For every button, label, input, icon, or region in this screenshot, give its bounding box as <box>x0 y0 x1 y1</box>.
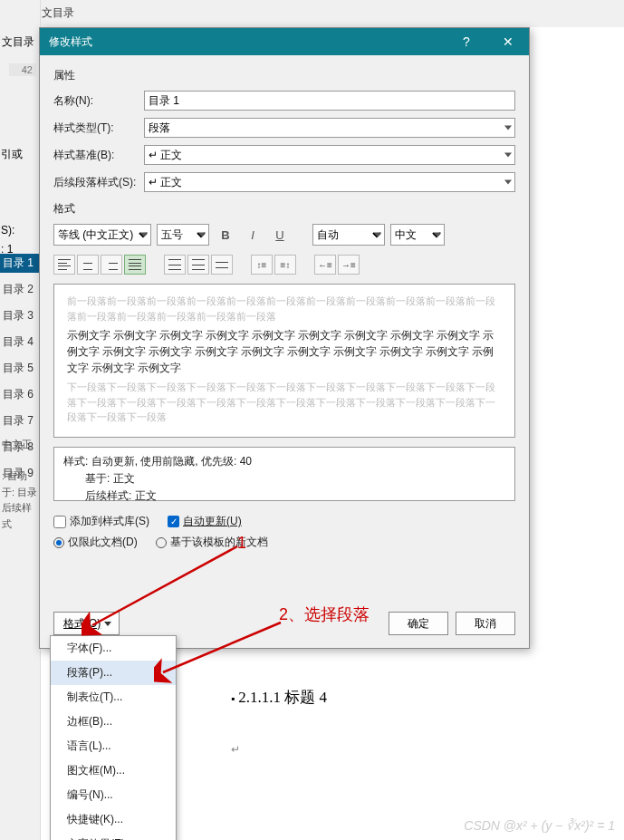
watermark: CSDN @x² + (y − ∛x²)² = 1 <box>464 818 615 833</box>
bullet-icon: ▪ <box>231 692 235 705</box>
paragraph-mark-icon: ↵ <box>231 743 240 756</box>
left-text-1: 引或 <box>1 147 23 162</box>
section-props-label: 属性 <box>53 68 515 83</box>
cancel-button[interactable]: 取消 <box>456 612 515 635</box>
left-text-s: S): <box>1 224 14 237</box>
list-item[interactable]: 目录 7 <box>0 411 41 430</box>
radio-icon <box>156 537 167 548</box>
preview-next-para: 下一段落下一段落下一段落下一段落下一段落下一段落下一段落下一段落下一段落下一段落… <box>67 380 502 425</box>
paragraph-toolbar: ↕≡ ≡↕ ←≡ →≡ <box>53 255 515 275</box>
preview-prev-para: 前一段落前一段落前一段落前一段落前一段落前一段落前一段落前一段落前一段落前一段落… <box>67 294 502 323</box>
type-select[interactable]: 段落 <box>144 118 515 138</box>
style-preview-box: 前一段落前一段落前一段落前一段落前一段落前一段落前一段落前一段落前一段落前一段落… <box>53 284 515 438</box>
line-spacing-1-button[interactable] <box>164 255 186 275</box>
dialog-titlebar[interactable]: 修改样式 ? ✕ <box>40 28 529 55</box>
page-number-badge: 42 <box>9 63 36 76</box>
list-item[interactable]: 目录 2 <box>0 280 41 299</box>
annotation-1: 1 <box>237 534 246 553</box>
ok-button[interactable]: 确定 <box>389 612 448 635</box>
menu-item-font[interactable]: 字体(F)... <box>51 636 176 661</box>
para-before-button[interactable]: ↕≡ <box>251 255 273 275</box>
caret-down-icon <box>104 622 111 626</box>
left-bottom-text: 中文正 : 自动 于: 目录 后续样式 <box>0 435 41 535</box>
help-button[interactable]: ? <box>446 28 487 55</box>
para-after-button[interactable]: ≡↕ <box>274 255 296 275</box>
align-justify-button[interactable] <box>124 255 146 275</box>
bold-button[interactable]: B <box>215 224 236 246</box>
type-label: 样式类型(T): <box>53 121 144 136</box>
close-button[interactable]: ✕ <box>487 28 529 55</box>
font-family-select[interactable]: 等线 (中文正文) <box>53 224 151 246</box>
modify-style-dialog: 修改样式 ? ✕ 属性 名称(N): 样式类型(T): 段落 样式基准(B): … <box>39 27 530 649</box>
radio-icon <box>53 537 64 548</box>
menu-item-numbering[interactable]: 编号(N)... <box>51 783 176 807</box>
lang-select[interactable]: 中文 <box>390 224 445 246</box>
list-item[interactable]: 目录 1 <box>0 254 41 273</box>
next-select[interactable]: ↵ 正文 <box>144 172 515 192</box>
section-format-label: 格式 <box>53 201 515 217</box>
menu-item-shortcut[interactable]: 快捷键(K)... <box>51 807 176 832</box>
menu-item-frame[interactable]: 图文框(M)... <box>51 758 176 783</box>
list-item[interactable]: 目录 6 <box>0 385 41 404</box>
line-spacing-2-button[interactable] <box>211 255 233 275</box>
menu-item-paragraph[interactable]: 段落(P)... <box>51 661 176 685</box>
align-right-button[interactable] <box>101 255 122 275</box>
auto-update-checkbox[interactable]: ✓ 自动更新(U) <box>168 514 242 529</box>
format-dropdown-menu: 字体(F)... 段落(P)... 制表位(T)... 边框(B)... 语言(… <box>50 635 177 840</box>
check-icon: ✓ <box>168 516 179 527</box>
name-input[interactable] <box>144 91 515 111</box>
indent-decrease-button[interactable]: ←≡ <box>314 255 336 275</box>
left-panel-title: 文目录 <box>2 34 34 50</box>
format-dropdown-button[interactable]: 格式(O) <box>53 612 120 635</box>
add-to-gallery-checkbox[interactable]: 添加到样式库(S) <box>53 514 149 529</box>
font-size-select[interactable]: 五号 <box>157 224 209 246</box>
name-label: 名称(N): <box>53 93 144 109</box>
font-color-select[interactable]: 自动 <box>312 224 385 246</box>
menu-item-text-effects[interactable]: 文字效果(E)... <box>51 832 176 840</box>
next-label: 后续段落样式(S): <box>53 175 144 190</box>
annotation-2: 2、选择段落 <box>279 603 370 625</box>
list-item[interactable]: 目录 4 <box>0 333 41 352</box>
only-this-doc-radio[interactable]: 仅限此文档(D) <box>53 535 138 550</box>
template-radio[interactable]: 基于该模板的新文档 <box>156 535 268 550</box>
align-left-button[interactable] <box>53 255 75 275</box>
line-spacing-15-button[interactable] <box>187 255 209 275</box>
list-item[interactable]: 目录 5 <box>0 359 41 378</box>
base-label: 样式基准(B): <box>53 148 144 163</box>
menu-item-tabs[interactable]: 制表位(T)... <box>51 685 176 710</box>
ribbon-bg: 更新引文目录 <box>0 0 624 27</box>
base-select[interactable]: ↵ 正文 <box>144 145 515 165</box>
style-description-box: 样式: 自动更新, 使用前隐藏, 优先级: 40 基于: 正文 后续样式: 正文 <box>53 447 515 501</box>
italic-button[interactable]: I <box>242 224 264 246</box>
dialog-title: 修改样式 <box>49 34 446 50</box>
underline-button[interactable]: U <box>269 224 291 246</box>
format-toolbar: 等线 (中文正文) 五号 B I U 自动 中文 <box>53 224 515 246</box>
align-center-button[interactable] <box>77 255 99 275</box>
preview-sample-text: 示例文字 示例文字 示例文字 示例文字 示例文字 示例文字 示例文字 示例文字 … <box>67 327 502 376</box>
document-heading: ▪2.1.1.1 标题 4 <box>231 687 327 708</box>
indent-increase-button[interactable]: →≡ <box>338 255 360 275</box>
menu-item-language[interactable]: 语言(L)... <box>51 734 176 758</box>
list-item[interactable]: 目录 3 <box>0 306 41 325</box>
menu-item-border[interactable]: 边框(B)... <box>51 710 176 734</box>
